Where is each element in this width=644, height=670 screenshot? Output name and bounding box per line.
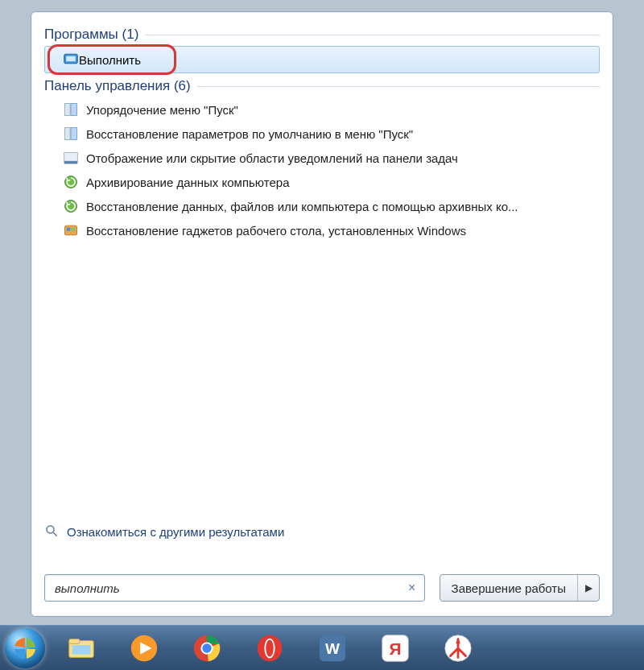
divider [197,86,600,87]
search-input[interactable] [53,581,402,596]
taskbar-icon [62,149,80,167]
group-header-control-panel: Панель управления (6) [44,78,600,94]
clear-search-icon[interactable]: × [405,581,419,595]
result-item[interactable]: Архивирование данных компьютера [44,170,600,194]
gadget-icon [62,221,80,239]
result-item[interactable]: Отображение или скрытие области уведомле… [44,146,600,170]
group-header-label: Панель управления (6) [44,78,191,94]
start-menu-search-panel: Программы (1) Выполнить Панель управлени… [31,11,613,617]
search-icon [44,523,60,540]
result-item[interactable]: Восстановление параметров по умолчанию в… [44,122,600,146]
svg-rect-16 [69,639,80,643]
svg-rect-7 [64,161,78,163]
svg-text:W: W [325,639,340,656]
start-button[interactable] [5,627,48,670]
svg-rect-10 [65,225,77,235]
taskbar-item-explorer[interactable] [52,629,111,668]
result-item-label: Восстановление параметров по умолчанию в… [86,127,413,141]
shutdown-button-label: Завершение работы [440,575,578,601]
see-more-results-link[interactable]: Ознакомиться с другими результатами [44,523,284,540]
taskbar-item-media-player[interactable] [114,629,174,668]
result-item-label: Архивирование данных компьютера [86,176,290,189]
result-item-label: Отображение или скрытие области уведомле… [86,151,458,165]
bottom-row: × Завершение работы ▶ [44,574,600,602]
result-item[interactable]: Упорядочение меню "Пуск" [44,97,600,122]
result-item[interactable]: Восстановление гаджетов рабочего стола, … [44,218,600,242]
shutdown-options-arrow[interactable]: ▶ [578,575,599,601]
svg-rect-12 [72,228,75,231]
divider [145,35,600,35]
result-item-label: Восстановление данных, файлов или компью… [86,200,518,213]
startmenu-icon [62,101,80,118]
svg-rect-3 [71,104,77,116]
taskbar-item-vk[interactable]: W [303,629,362,668]
result-item-label: Восстановление гаджетов рабочего стола, … [86,224,466,238]
svg-rect-4 [65,128,71,140]
svg-rect-1 [66,56,76,61]
taskbar-item-yandex-alt[interactable]: Я [365,629,425,668]
svg-text:Я: Я [389,639,401,657]
backup-icon [62,197,80,215]
result-item-run[interactable]: Выполнить [44,46,600,73]
result-item-label: Упорядочение меню "Пуск" [86,103,238,117]
backup-icon [62,173,80,191]
group-header-label: Программы (1) [44,27,138,43]
taskbar-item-yandex[interactable] [428,629,488,668]
svg-rect-11 [67,228,70,231]
taskbar-item-chrome[interactable] [177,629,237,668]
svg-rect-2 [65,104,71,116]
taskbar-item-opera[interactable] [240,629,299,668]
search-results: Программы (1) Выполнить Панель управлени… [44,27,600,548]
svg-point-22 [202,643,211,652]
svg-rect-17 [72,645,91,654]
shutdown-button[interactable]: Завершение работы ▶ [440,574,600,602]
result-item[interactable]: Восстановление данных, файлов или компью… [44,194,600,218]
search-box[interactable]: × [44,574,425,602]
group-header-programs: Программы (1) [44,27,600,43]
svg-rect-5 [71,128,77,140]
svg-point-13 [47,526,54,533]
run-icon [63,51,79,69]
startmenu-icon [62,125,80,143]
svg-rect-6 [64,152,78,161]
svg-point-25 [266,639,274,656]
svg-line-14 [53,532,57,536]
taskbar: W Я [0,625,644,670]
see-more-results-label: Ознакомиться с другими результатами [67,525,284,539]
result-item-label: Выполнить [79,53,141,67]
